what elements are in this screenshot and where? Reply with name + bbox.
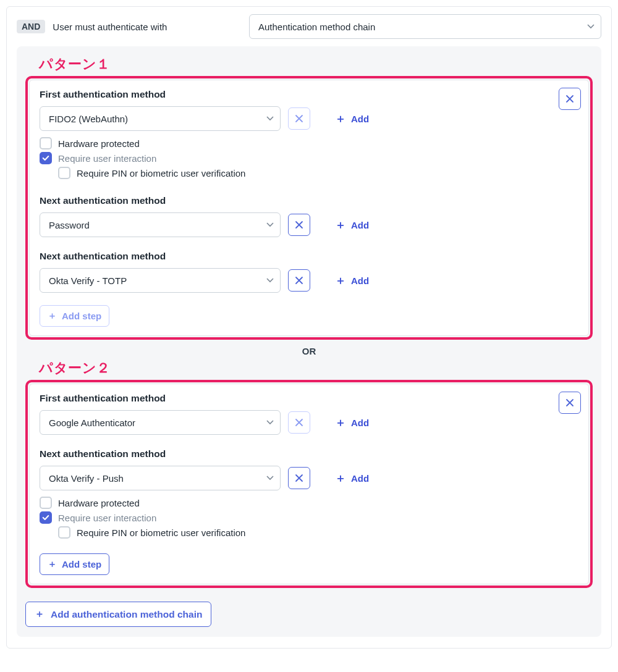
plus-icon: ＋ [35,608,44,621]
chain-panel: First authentication methodFIDO2 (WebAut… [29,80,589,336]
option-label: Require PIN or biometric user verificati… [77,168,245,178]
add-method-link[interactable]: ＋Add [335,275,369,286]
add-method-link[interactable]: ＋Add [335,113,369,124]
plus-icon: ＋ [335,472,346,484]
method-options: Hardware protectedRequire user interacti… [40,137,578,179]
method-select[interactable]: Password [40,212,281,237]
option-row: Require user interaction [40,511,578,524]
remove-method-button[interactable] [288,467,310,489]
remove-method-button[interactable] [288,214,310,236]
option-label: Hardware protected [58,498,140,508]
remove-method-button[interactable] [288,107,310,130]
or-separator: OR [25,346,593,356]
add-step-label: Add step [62,559,101,569]
method-step-label: Next authentication method [40,448,578,460]
chevron-down-icon [266,474,274,482]
remove-method-button[interactable] [288,411,310,434]
add-step-label: Add step [62,311,101,321]
checkbox[interactable] [40,152,52,164]
method-row: Okta Verify - TOTP＋Add [40,268,578,293]
option-label: Require user interaction [58,513,156,523]
method-select[interactable]: Google Authenticator [40,410,281,435]
plus-icon: ＋ [48,310,57,322]
checkbox[interactable] [58,526,70,539]
method-select-value: Password [49,220,90,230]
add-method-label: Add [351,473,369,484]
add-method-label: Add [351,114,369,124]
option-row: Require PIN or biometric user verificati… [58,167,578,179]
method-select-value: Google Authenticator [49,418,135,428]
pattern-title: パターン１ [39,55,593,74]
method-row: FIDO2 (WebAuthn)＋Add [40,106,578,131]
method-select[interactable]: Okta Verify - TOTP [40,268,281,293]
method-select[interactable]: Okta Verify - Push [40,466,281,490]
chevron-down-icon [587,23,595,30]
plus-icon: ＋ [335,275,346,286]
checkbox[interactable] [40,511,52,524]
authentication-type-select[interactable]: Authentication method chain [249,14,601,39]
option-label: Require PIN or biometric user verificati… [77,527,245,538]
add-method-link[interactable]: ＋Add [335,417,369,428]
chain-panel: First authentication methodGoogle Authen… [29,384,589,584]
method-select[interactable]: FIDO2 (WebAuthn) [40,106,281,131]
chevron-down-icon [266,277,274,284]
chevron-down-icon [266,221,274,229]
plus-icon: ＋ [48,558,57,570]
method-options: Hardware protectedRequire user interacti… [40,497,578,539]
policy-rule-container: AND User must authenticate with Authenti… [6,6,612,649]
method-select-value: Okta Verify - TOTP [49,275,127,286]
add-chain-button[interactable]: ＋ Add authentication method chain [25,602,211,627]
method-row: Password＋Add [40,212,578,237]
chevron-down-icon [266,419,274,426]
checkbox[interactable] [58,167,70,179]
method-row: Okta Verify - Push＋Add [40,466,578,490]
method-step-label: First authentication method [40,393,578,404]
pattern-highlight-box: First authentication methodGoogle Authen… [25,380,593,588]
checkbox[interactable] [40,137,52,149]
add-method-label: Add [351,275,369,286]
rule-header-row: AND User must authenticate with Authenti… [17,14,601,39]
add-method-link[interactable]: ＋Add [335,219,369,230]
remove-method-button[interactable] [288,269,310,292]
and-badge: AND [17,20,45,33]
method-select-value: Okta Verify - Push [49,473,124,484]
option-row: Hardware protected [40,497,578,509]
option-row: Require PIN or biometric user verificati… [58,526,578,539]
remove-chain-button[interactable] [559,88,581,110]
authentication-type-value: Authentication method chain [258,22,375,32]
plus-icon: ＋ [335,219,346,230]
method-step-label: Next authentication method [40,195,578,206]
option-row: Hardware protected [40,137,578,149]
plus-icon: ＋ [335,113,346,124]
chevron-down-icon [266,115,274,122]
chain-area: パターン１First authentication methodFIDO2 (W… [17,46,601,637]
pattern-highlight-box: First authentication methodFIDO2 (WebAut… [25,76,593,340]
checkbox[interactable] [40,497,52,509]
add-method-label: Add [351,418,369,428]
method-step-label: First authentication method [40,89,578,100]
add-method-link[interactable]: ＋Add [335,472,369,484]
option-label: Hardware protected [58,138,140,149]
add-chain-label: Add authentication method chain [51,609,202,620]
remove-chain-button[interactable] [559,392,581,414]
add-step-button[interactable]: ＋Add step [40,553,109,575]
option-row: Require user interaction [40,152,578,164]
option-label: Require user interaction [58,153,156,164]
method-row: Google Authenticator＋Add [40,410,578,435]
method-select-value: FIDO2 (WebAuthn) [49,114,128,124]
method-step-label: Next authentication method [40,251,578,262]
add-step-button[interactable]: ＋Add step [40,305,109,327]
rule-header-label: User must authenticate with [53,22,167,32]
plus-icon: ＋ [335,417,346,428]
add-method-label: Add [351,220,369,230]
pattern-title: パターン２ [39,359,593,377]
